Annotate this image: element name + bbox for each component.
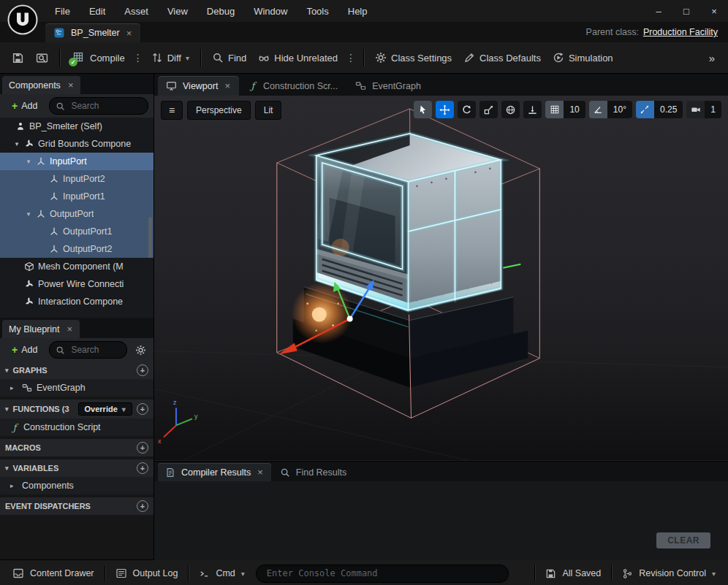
row-components-category[interactable]: ▸ Components <box>0 477 153 494</box>
select-tool-button[interactable] <box>414 101 432 118</box>
components-search-input[interactable] <box>69 100 142 112</box>
menu-window[interactable]: Window <box>244 0 297 22</box>
components-search[interactable] <box>49 97 148 115</box>
expander-icon[interactable]: ▾ <box>25 210 32 218</box>
add-graph-button[interactable]: + <box>137 364 148 376</box>
compile-options-button[interactable]: ⋮ <box>131 52 145 64</box>
tree-row-outputport2[interactable]: OutputPort2 <box>0 240 153 258</box>
class-settings-button[interactable]: Class Settings <box>369 47 458 69</box>
save-button[interactable] <box>6 47 30 69</box>
all-saved-button[interactable]: All Saved <box>537 560 609 585</box>
rotation-snap-value[interactable]: 10° <box>607 101 632 118</box>
tab-compiler-results[interactable]: Compiler Results × <box>158 463 271 481</box>
add-function-button[interactable]: + <box>137 403 148 415</box>
chevron-right-icon[interactable]: ▸ <box>10 384 18 391</box>
row-eventgraph[interactable]: ▸ EventGraph <box>0 379 153 397</box>
output-log-button[interactable]: Output Log <box>107 560 186 585</box>
close-icon[interactable]: × <box>257 467 264 477</box>
tab-viewport[interactable]: Viewport × <box>158 76 239 96</box>
override-dropdown[interactable]: Override ▾ <box>78 402 132 416</box>
tree-row-inputport1[interactable]: InputPort1 <box>0 188 153 205</box>
maximize-button[interactable]: □ <box>672 0 700 22</box>
scale-snap-toggle[interactable] <box>636 101 654 118</box>
move-tool-button[interactable] <box>436 101 454 118</box>
tree-row-mesh-component[interactable]: Mesh Component (M <box>0 258 153 275</box>
clear-button[interactable]: CLEAR <box>656 532 710 548</box>
world-local-toggle-button[interactable] <box>501 101 520 118</box>
parent-class-link[interactable]: Production Facility <box>643 27 718 37</box>
chevron-right-icon[interactable]: ▸ <box>10 482 18 489</box>
tab-components[interactable]: Components × <box>2 76 80 94</box>
close-icon[interactable]: × <box>224 81 231 91</box>
menu-edit[interactable]: Edit <box>80 0 115 22</box>
close-button[interactable]: × <box>700 0 728 22</box>
expander-icon[interactable]: ▾ <box>13 140 20 148</box>
my-blueprint-search-input[interactable] <box>69 344 121 356</box>
viewport-3d[interactable]: z y x ≡ Perspective Lit <box>154 96 728 461</box>
tree-row-outputport1[interactable]: OutputPort1 <box>0 223 153 240</box>
scale-snap-value[interactable]: 0.25 <box>654 101 683 118</box>
hide-unrelated-options-button[interactable]: ⋮ <box>344 52 358 64</box>
tab-my-blueprint[interactable]: My Blueprint × <box>2 320 80 338</box>
grid-snap-value[interactable]: 10 <box>564 101 585 118</box>
camera-speed-value[interactable]: 1 <box>705 101 721 118</box>
tab-eventgraph[interactable]: EventGraph <box>347 76 429 96</box>
minimize-button[interactable]: – <box>645 0 672 22</box>
compile-button[interactable]: ✓ Compile <box>65 47 131 69</box>
camera-speed-button[interactable] <box>686 101 705 118</box>
tab-bp-smelter[interactable]: BP_Smelter × <box>45 23 140 42</box>
content-drawer-button[interactable]: Content Drawer <box>4 560 102 585</box>
scale-tool-button[interactable] <box>479 101 498 118</box>
section-graphs[interactable]: ▾ GRAPHS + <box>0 362 153 379</box>
simulation-button[interactable]: Simulation <box>547 47 619 69</box>
viewport-3d-scene[interactable]: z y x <box>154 96 728 460</box>
surface-snapping-button[interactable] <box>523 101 542 118</box>
expander-icon[interactable]: ▾ <box>25 158 32 165</box>
rotation-snap-toggle[interactable] <box>589 101 607 118</box>
view-mode-button[interactable]: Lit <box>255 101 282 120</box>
row-construction-script[interactable]: ƒ Construction Script <box>0 418 153 436</box>
browse-content-button[interactable] <box>30 47 54 69</box>
menu-file[interactable]: File <box>45 0 80 22</box>
diff-button[interactable]: Diff ▾ <box>145 47 195 69</box>
tree-row-outputport[interactable]: ▾ OutputPort <box>0 205 153 223</box>
class-defaults-button[interactable]: Class Defaults <box>458 47 547 69</box>
tree-row-power-wire[interactable]: Power Wire Connecti <box>0 275 153 293</box>
menu-asset[interactable]: Asset <box>115 0 158 22</box>
tab-construction-script[interactable]: ƒ Construction Scr... <box>240 76 346 96</box>
close-icon[interactable]: × <box>126 28 133 38</box>
tree-scrollbar[interactable] <box>148 217 152 258</box>
tab-find-results[interactable]: Find Results <box>273 463 354 481</box>
menu-view[interactable]: View <box>158 0 197 22</box>
menu-help[interactable]: Help <box>338 0 377 22</box>
console-command-input[interactable] <box>265 567 499 579</box>
toolbar-overflow-button[interactable]: » <box>702 52 722 64</box>
section-macros[interactable]: MACROS + <box>0 439 153 456</box>
add-macro-button[interactable]: + <box>137 442 148 454</box>
find-button[interactable]: Find <box>206 47 252 69</box>
add-variable-button[interactable]: + <box>137 462 148 474</box>
cmd-dropdown-button[interactable]: Cmd ▾ <box>191 560 252 585</box>
menu-debug[interactable]: Debug <box>197 0 244 22</box>
tree-row-inputport[interactable]: ▾ InputPort <box>0 153 153 170</box>
hide-unrelated-button[interactable]: Hide Unrelated <box>252 47 344 69</box>
console-command-box[interactable] <box>256 565 509 583</box>
gizmo-center[interactable] <box>347 316 353 322</box>
section-variables[interactable]: ▾ VARIABLES + <box>0 459 153 477</box>
tree-row-interaction[interactable]: Interaction Compone <box>0 293 153 310</box>
section-event-dispatchers[interactable]: EVENT DISPATCHERS + <box>0 497 153 515</box>
tree-row-inputport2[interactable]: InputPort2 <box>0 170 153 188</box>
menu-tools[interactable]: Tools <box>297 0 338 22</box>
viewport-menu-button[interactable]: ≡ <box>161 101 183 120</box>
revision-control-button[interactable]: Revision Control ▾ <box>614 560 724 585</box>
close-icon[interactable]: × <box>67 80 75 90</box>
close-icon[interactable]: × <box>66 324 73 334</box>
rotate-tool-button[interactable] <box>458 101 476 118</box>
my-blueprint-search[interactable] <box>49 341 127 359</box>
add-blueprint-item-button[interactable]: + Add <box>5 343 44 357</box>
section-functions[interactable]: ▾ FUNCTIONS (3 Override ▾ + <box>0 399 153 418</box>
my-blueprint-settings-button[interactable] <box>132 342 148 358</box>
tree-row-self[interactable]: BP_Smelter (Self) <box>0 118 153 135</box>
add-event-dispatcher-button[interactable]: + <box>137 500 148 512</box>
tree-row-grid-bounds[interactable]: ▾ Grid Bounds Compone <box>0 135 153 153</box>
